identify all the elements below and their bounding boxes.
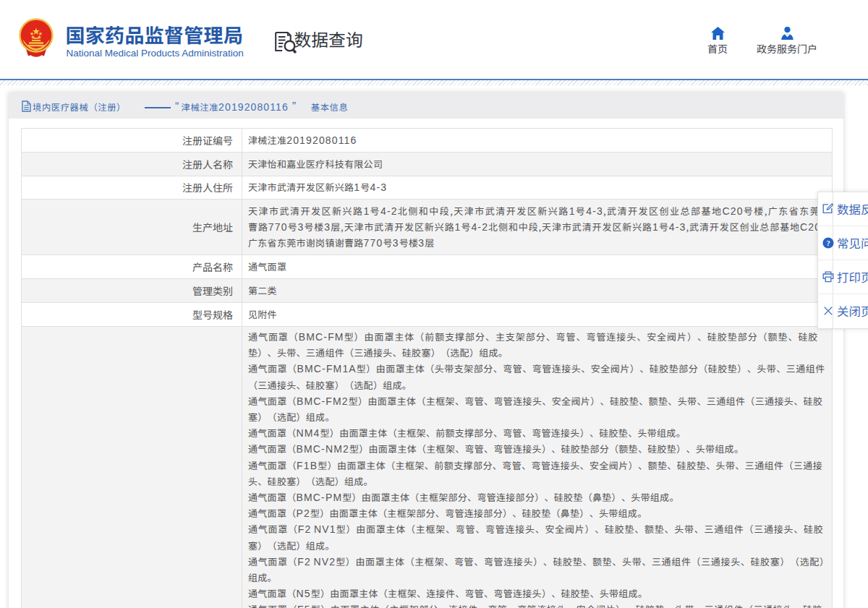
svg-text:?: ?: [826, 237, 830, 248]
